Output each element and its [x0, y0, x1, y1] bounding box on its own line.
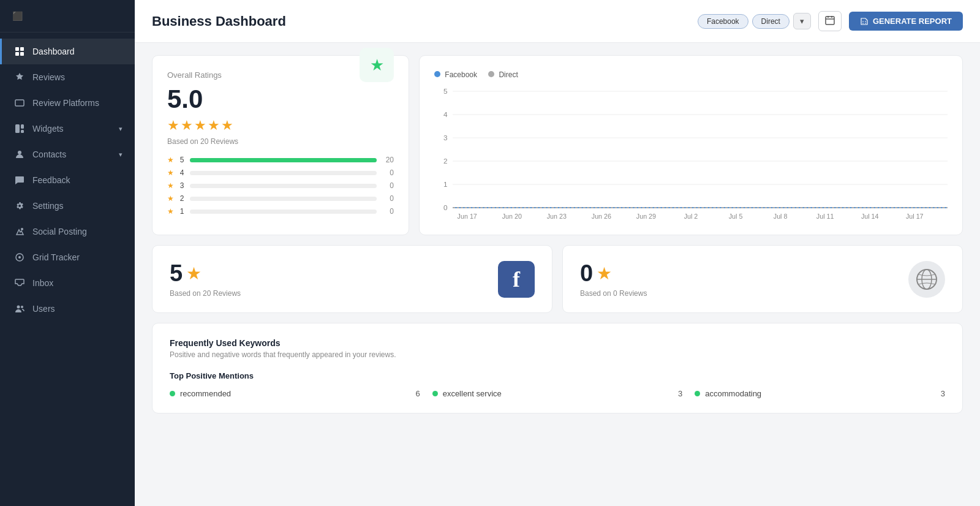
- direct-star: ★: [597, 263, 612, 284]
- svg-point-9: [21, 228, 23, 230]
- sidebar-item-widgets[interactable]: Widgets ▾: [0, 116, 135, 142]
- star-icon: ★: [167, 156, 174, 164]
- mention-count: 3: [941, 389, 945, 398]
- direct-filter-chip[interactable]: Direct: [752, 14, 790, 29]
- sidebar-item-label: Users: [32, 304, 55, 314]
- direct-score: 0: [580, 260, 593, 287]
- keywords-subtitle: Positive and negative words that frequen…: [170, 350, 945, 359]
- bar-fill: [190, 158, 377, 162]
- svg-text:4: 4: [443, 111, 448, 118]
- bar-background: [190, 210, 377, 214]
- overall-score: 5.0: [167, 85, 394, 114]
- sidebar-item-label: Social Posting: [32, 227, 87, 236]
- svg-text:Jul 14: Jul 14: [861, 213, 879, 220]
- svg-rect-14: [826, 17, 834, 25]
- sidebar-item-inbox[interactable]: Inbox: [0, 270, 135, 296]
- rating-bar-5: ★ 5 20: [167, 156, 394, 164]
- star-icon: ★: [167, 194, 174, 203]
- mention-label: recommended: [170, 389, 231, 398]
- logo-icon: ⬛: [12, 11, 23, 21]
- widgets-icon: [14, 123, 25, 134]
- facebook-score: 5: [170, 260, 183, 287]
- svg-rect-5: [15, 124, 20, 133]
- svg-text:Jun 17: Jun 17: [458, 213, 477, 220]
- svg-text:Jul 17: Jul 17: [906, 213, 924, 220]
- svg-rect-3: [20, 52, 24, 56]
- reviews-icon: [14, 72, 25, 83]
- platform-score-section: 0 ★ Based on 0 Reviews: [580, 260, 647, 298]
- mention-item: recommended 6: [170, 389, 420, 398]
- filter-chips: Facebook Direct ▾: [698, 13, 811, 29]
- sidebar-item-settings[interactable]: Settings: [0, 193, 135, 219]
- rating-bar-2: ★ 2 0: [167, 194, 394, 203]
- sidebar-item-users[interactable]: Users: [0, 296, 135, 322]
- star-icon: ★: [167, 168, 174, 177]
- sidebar-item-label: Widgets: [32, 124, 64, 134]
- mention-count: 3: [678, 389, 682, 398]
- bar-background: [190, 171, 377, 175]
- mention-dot: [170, 391, 175, 396]
- facebook-star: ★: [186, 263, 202, 284]
- settings-icon: [14, 200, 25, 211]
- chart-legend: Facebook Direct: [434, 70, 948, 79]
- users-icon: [14, 303, 25, 314]
- svg-rect-4: [15, 100, 24, 106]
- facebook-icon: f: [498, 261, 535, 298]
- sidebar-item-dashboard[interactable]: Dashboard: [0, 39, 135, 64]
- rating-bars: ★ 5 20 ★ 4 0: [167, 156, 394, 216]
- sidebar-item-reviews[interactable]: Reviews: [0, 64, 135, 90]
- star-icon: ★: [167, 181, 174, 190]
- sidebar-item-review-platforms[interactable]: Review Platforms: [0, 90, 135, 116]
- svg-rect-1: [20, 47, 24, 51]
- overall-ratings-card: Overall Ratings ★ 5.0 ★★★★★ Based on 20 …: [152, 55, 409, 235]
- main-content: Business Dashboard Facebook Direct ▾ GEN…: [135, 0, 980, 506]
- sidebar: ⬛ Dashboard Reviews Review Platforms Wid…: [0, 0, 135, 506]
- svg-text:Jun 20: Jun 20: [502, 213, 522, 220]
- svg-text:5: 5: [443, 88, 448, 95]
- svg-point-10: [18, 256, 21, 259]
- svg-rect-0: [15, 47, 19, 51]
- sidebar-item-label: Reviews: [32, 72, 65, 82]
- mention-item: excellent service 3: [432, 389, 683, 398]
- direct-platform-card: 0 ★ Based on 0 Reviews: [562, 245, 963, 313]
- facebook-filter-chip[interactable]: Facebook: [698, 14, 748, 29]
- page-title: Business Dashboard: [152, 13, 690, 29]
- mentions-grid: recommended 6 excellent service 3 accomm…: [170, 389, 945, 398]
- sidebar-item-feedback[interactable]: Feedback: [0, 167, 135, 193]
- svg-rect-6: [21, 124, 24, 129]
- svg-rect-2: [15, 52, 19, 56]
- line-chart-svg: 5 4 3 2 1 0 Jun 17: [434, 85, 948, 220]
- platform-score-row: 0 ★: [580, 260, 647, 287]
- sidebar-item-label: Inbox: [32, 278, 53, 288]
- generate-report-button[interactable]: GENERATE REPORT: [849, 12, 963, 31]
- keywords-title: Frequently Used Keywords: [170, 338, 945, 348]
- sidebar-item-label: Grid Tracker: [32, 252, 80, 262]
- mention-dot: [695, 391, 700, 396]
- svg-text:Jun 26: Jun 26: [592, 213, 611, 220]
- sidebar-item-label: Dashboard: [32, 47, 75, 56]
- sidebar-item-label: Feedback: [32, 175, 70, 185]
- svg-text:Jul 8: Jul 8: [774, 213, 788, 220]
- svg-text:1: 1: [443, 181, 448, 188]
- svg-text:Jul 5: Jul 5: [729, 213, 743, 220]
- rating-bar-1: ★ 1 0: [167, 207, 394, 216]
- sidebar-item-social-posting[interactable]: Social Posting: [0, 219, 135, 244]
- keywords-card: Frequently Used Keywords Positive and ne…: [152, 323, 963, 413]
- ratings-chart-card: Facebook Direct 5 4 3 2 1 0: [419, 55, 963, 235]
- mention-count: 6: [415, 389, 420, 398]
- mention-dot: [432, 391, 438, 396]
- calendar-button[interactable]: [818, 11, 842, 31]
- dashboard-content: Overall Ratings ★ 5.0 ★★★★★ Based on 20 …: [135, 43, 980, 426]
- sidebar-item-grid-tracker[interactable]: Grid Tracker: [0, 244, 135, 270]
- sidebar-item-contacts[interactable]: Contacts ▾: [0, 142, 135, 167]
- chevron-down-icon: ▾: [119, 125, 123, 133]
- chevron-down-icon: ▾: [119, 151, 123, 159]
- rating-bar-3: ★ 3 0: [167, 181, 394, 190]
- sidebar-logo: ⬛: [0, 0, 135, 32]
- sidebar-nav: Dashboard Reviews Review Platforms Widge…: [0, 32, 135, 328]
- social-posting-icon: [14, 226, 25, 237]
- filters-expand-button[interactable]: ▾: [793, 13, 811, 29]
- mention-label: accommodating: [695, 389, 761, 398]
- mention-item: accommodating 3: [695, 389, 945, 398]
- sidebar-item-label: Contacts: [32, 149, 66, 159]
